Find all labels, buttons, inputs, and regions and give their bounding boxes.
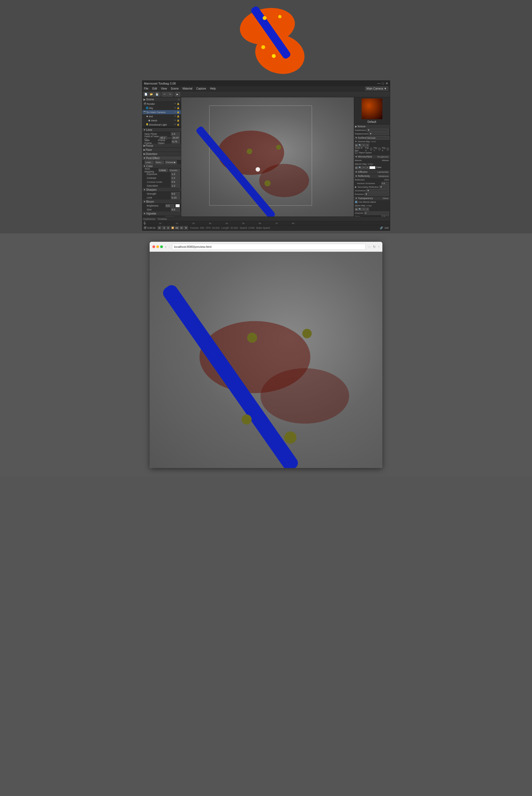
menu-file[interactable]: File [144,87,149,90]
vignette-header[interactable]: ▼ Vignette [142,211,181,216]
sharpen-strength-value[interactable]: 0.0 [171,192,180,196]
alpha-x-icon[interactable]: ✕ [366,208,369,211]
near-plane-value[interactable]: 1.0 [171,132,180,135]
toolbar-render[interactable]: ▶ [175,92,180,96]
flip-z-check[interactable] [387,148,389,150]
alpha-img-icon[interactable]: 🖼 [355,208,358,211]
link-icon[interactable]: 🔗 [380,226,383,229]
browser-refresh-btn[interactable]: ↻ [373,245,376,249]
presets-btn[interactable]: Presets ▶ [165,161,177,164]
scene-item-main-camera[interactable]: 📷 Eo Main Camera 👁 🔒 [142,110,181,114]
viewport[interactable] [181,97,354,217]
menu-help[interactable]: Help [210,87,216,90]
flip-y-check[interactable] [379,148,380,150]
frame-opacity-value[interactable]: 8.75 [172,140,180,143]
dot-close[interactable] [152,245,155,248]
diffusion-header[interactable]: ▼ Diffusion Lambertian [354,170,390,174]
toolbar-save[interactable]: 💾 [155,92,159,96]
camera-selector[interactable]: Main Camera ▼ [365,87,388,91]
use-albedo-check[interactable] [355,201,358,203]
scene-item-test[interactable]: ◆ test 👁 🔒 [142,114,181,118]
play-btn[interactable]: ▶ [167,226,170,229]
menu-material[interactable]: Material [183,87,193,90]
bloom-brightness-value[interactable]: 0.0 [166,204,174,207]
next-frame-btn[interactable]: ▶▶ [175,226,179,229]
menu-edit[interactable]: Edit [152,87,157,90]
ugx-label: UGX [384,179,389,181]
toolbar-redo[interactable]: ↪ [168,92,173,96]
lens-header[interactable]: ▼ Lens [142,128,181,132]
flare-header[interactable]: ▶ Flare [142,148,181,152]
toolbar-open[interactable]: 📂 [149,92,154,96]
record-btn[interactable]: ⏺ [184,226,188,229]
bloom-brightness-swatch[interactable] [175,204,180,207]
toolbar-undo[interactable]: ↩ [162,92,167,96]
normals-dropdown[interactable]: Normals [366,136,388,140]
close-btn[interactable]: ✕ [385,81,388,86]
post-effect-header[interactable]: ▼ Post Effect [142,156,181,160]
object-space-check[interactable] [355,151,358,154]
browser-share-btn[interactable]: ↑ [378,245,380,249]
menu-scene[interactable]: Scene [171,87,178,90]
prev-frame-btn[interactable]: ◀ [162,226,166,229]
scene-item-light[interactable]: 💡 Directional Light 👁 🔒 [142,123,181,127]
nav-back[interactable]: ‹ [165,244,167,249]
sharpen-header[interactable]: ▼ Sharpen [142,188,181,192]
scene-item-mesh[interactable]: ▣ Mesh 👁 🔒 [142,118,181,123]
horizon-occlusion-value[interactable]: 0.0 [381,182,389,185]
emission-dropdown[interactable]: ▼ [364,193,389,196]
dot-minimize[interactable] [156,245,159,248]
sharpen-limit-value[interactable]: 0.23 [171,196,180,199]
fov-mm[interactable]: 29.97 [172,136,180,140]
flip-x-check[interactable] [370,148,372,150]
dot-maximize[interactable] [160,245,163,248]
tone-mapping-value[interactable]: Linear [158,169,168,172]
curves-btn[interactable]: Curves... [169,169,179,172]
channel-dropdown[interactable]: A [364,211,389,215]
displacement-dropdown[interactable]: ▼ [369,132,389,135]
albedo-edit-icon[interactable]: ✏ [362,166,365,169]
ruler-art: 0s 1s 1s 2s 3s 4s 5s 6s 7s 8s [142,221,390,225]
alpha-value[interactable]: 1.0 [381,215,389,217]
vignette-strength-value[interactable]: 0.9 [166,216,174,217]
vignette-swatch[interactable] [175,216,180,217]
exposure-value[interactable]: 1.0 [171,172,180,176]
distortion-header[interactable]: ▶ Distortion [142,152,181,156]
menu-capture[interactable]: Capture [196,87,206,90]
browser-menu-btn[interactable]: ··· [368,245,371,249]
texture-header[interactable]: ▶ Texture [354,125,390,128]
save-btn[interactable]: Save... [155,161,164,164]
marmoset-window: Marmoset Toolbag 3.08 — □ ✕ File Edit Vi… [142,80,390,231]
contrast-value[interactable]: 1.0 [171,176,180,180]
occlusions-dropdown[interactable]: ▼ [366,189,389,192]
load-btn[interactable]: Load... [145,161,153,164]
albedo-color-swatch[interactable] [369,166,376,169]
skip-end-btn[interactable]: ⏭ [180,226,184,229]
secondary-reflection-dropdown[interactable]: ▼ [379,185,389,188]
scene-item-sky[interactable]: 🌐 Sky 👁 🔒 [142,106,181,110]
maximize-btn[interactable]: □ [382,81,384,86]
scene-item-render[interactable]: 🎬 Render 👁 🔒 [142,102,181,106]
minimize-btn[interactable]: — [377,81,380,86]
browser-content [150,252,382,468]
transparency-header[interactable]: ▼ Transparency Dither [354,196,390,200]
albedo-x-icon[interactable]: ✕ [366,166,369,169]
albedo-img-icon[interactable]: 🖼 [355,166,358,169]
nav-forward[interactable]: › [169,244,170,249]
reflectivity-header[interactable]: ▼ Reflectivity Metalness [354,174,390,178]
alpha-edit-icon[interactable]: ✏ [362,208,365,211]
contrast-center-value[interactable]: 0.5 [171,180,180,184]
browser-url-bar[interactable]: localhost:8080/preview.html [172,244,366,250]
albedo-search-icon[interactable]: 🔍 [359,166,362,169]
microsurface-header[interactable]: ▼ Microsurface Roughness [354,155,390,159]
toolbar-new[interactable]: 📄 [144,92,149,96]
bloom-size-value[interactable]: 6.6 [171,208,180,211]
surface-header[interactable]: ▼ Surface Normals [354,136,390,140]
bloom-header[interactable]: ▼ Bloom [142,200,181,204]
subdivision-dropdown[interactable]: ▼ [366,129,389,132]
play-loop-btn[interactable]: 🔁 [171,226,174,229]
menu-view[interactable]: View [161,87,167,90]
saturation-value[interactable]: 1.0 [171,184,180,187]
skip-start-btn[interactable]: ⏮ [158,226,161,229]
alpha-search-icon[interactable]: 🔍 [359,208,362,211]
